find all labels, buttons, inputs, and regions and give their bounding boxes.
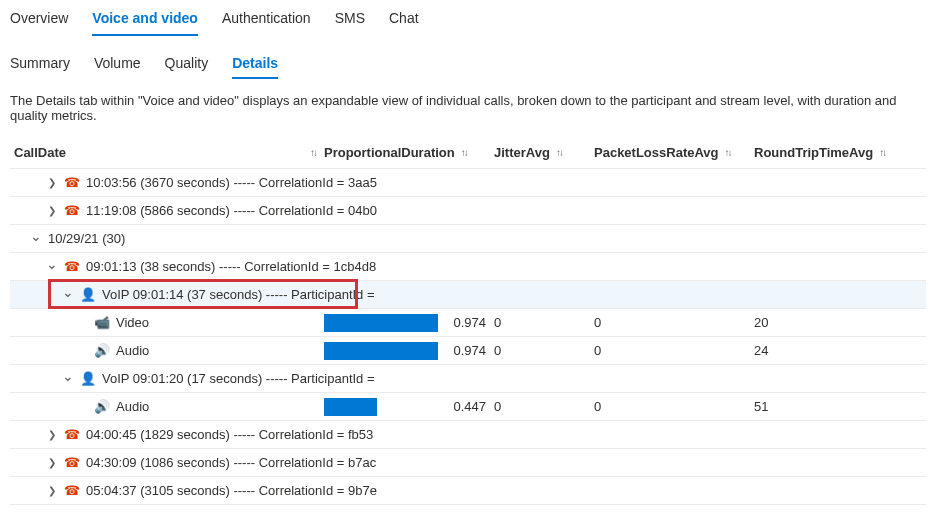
phone-icon: ☎: [64, 259, 80, 274]
chevron-right-icon[interactable]: [46, 457, 58, 468]
cell-packetloss: 0: [590, 311, 750, 334]
tab-overview[interactable]: Overview: [10, 4, 68, 36]
cell-rtt: 51: [750, 395, 910, 418]
video-icon: 📹: [94, 315, 110, 330]
row-label: 04:00:45 (1829 seconds) ----- Correlatio…: [86, 427, 373, 442]
chevron-right-icon[interactable]: [46, 205, 58, 216]
col-rtt[interactable]: RoundTripTimeAvg ↑↓: [750, 143, 910, 162]
row-label: 04:30:09 (1086 seconds) ----- Correlatio…: [86, 455, 376, 470]
bar-track: [324, 398, 441, 416]
cell-packetloss: 0: [590, 395, 750, 418]
table-row[interactable]: ☎ 10:03:56 (3670 seconds) ----- Correlat…: [10, 169, 926, 197]
phone-icon: ☎: [64, 203, 80, 218]
bar-value: 0.447: [453, 399, 486, 414]
bar-track: [324, 314, 441, 332]
col-calldate-label: CallDate: [14, 145, 66, 160]
sort-icon[interactable]: ↑↓: [556, 147, 562, 158]
table-row[interactable]: ☎ 09:01:13 (38 seconds) ----- Correlatio…: [10, 253, 926, 281]
phone-icon: ☎: [64, 175, 80, 190]
row-label: 09:01:13 (38 seconds) ----- CorrelationI…: [86, 259, 376, 274]
audio-icon: 🔊: [94, 399, 110, 414]
subtab-summary[interactable]: Summary: [10, 51, 70, 79]
row-label: Video: [116, 315, 149, 330]
table-row[interactable]: 👤 VoIP 09:01:20 (17 seconds) ----- Parti…: [10, 365, 926, 393]
bar-value: 0.974: [453, 343, 486, 358]
col-propduration-label: ProportionalDuration: [324, 145, 455, 160]
bar-fill: [324, 398, 377, 416]
table-row[interactable]: ☎ 04:30:09 (1086 seconds) ----- Correlat…: [10, 449, 926, 477]
primary-tabs: Overview Voice and video Authentication …: [0, 0, 936, 37]
audio-icon: 🔊: [94, 343, 110, 358]
chevron-down-icon[interactable]: [62, 371, 74, 387]
phone-icon: ☎: [64, 427, 80, 442]
person-icon: 👤: [80, 371, 96, 386]
cell-jitter: 0: [490, 339, 590, 362]
tab-chat[interactable]: Chat: [389, 4, 419, 36]
calls-table: CallDate ↑↓ ProportionalDuration ↑↓ Jitt…: [0, 137, 936, 505]
col-packetloss[interactable]: PacketLossRateAvg ↑↓: [590, 143, 750, 162]
bar-value: 0.974: [453, 315, 486, 330]
bar-track: [324, 342, 441, 360]
col-jitter-label: JitterAvg: [494, 145, 550, 160]
tab-voice-video[interactable]: Voice and video: [92, 4, 198, 36]
row-label: Audio: [116, 399, 149, 414]
subtab-volume[interactable]: Volume: [94, 51, 141, 79]
sort-icon[interactable]: ↑↓: [461, 147, 467, 158]
table-row[interactable]: 🔊 Audio 0.974 0 0 24: [10, 337, 926, 365]
col-packetloss-label: PacketLossRateAvg: [594, 145, 719, 160]
bar-fill: [324, 342, 438, 360]
cell-propduration: 0.974: [320, 338, 490, 364]
phone-icon: ☎: [64, 455, 80, 470]
table-row-highlighted[interactable]: 👤 VoIP 09:01:14 (37 seconds) ----- Parti…: [10, 281, 926, 309]
secondary-tabs: Summary Volume Quality Details: [0, 37, 936, 79]
row-label: VoIP 09:01:14 (37 seconds) ----- Partici…: [102, 287, 375, 302]
cell-propduration: 0.974: [320, 310, 490, 336]
row-label: 11:19:08 (5866 seconds) ----- Correlatio…: [86, 203, 377, 218]
col-jitter[interactable]: JitterAvg ↑↓: [490, 143, 590, 162]
subtab-quality[interactable]: Quality: [165, 51, 209, 79]
col-calldate[interactable]: CallDate ↑↓: [10, 143, 320, 162]
cell-rtt: 20: [750, 311, 910, 334]
table-row[interactable]: ☎ 04:00:45 (1829 seconds) ----- Correlat…: [10, 421, 926, 449]
row-label: VoIP 09:01:20 (17 seconds) ----- Partici…: [102, 371, 375, 386]
cell-packetloss: 0: [590, 339, 750, 362]
cell-propduration: 0.447: [320, 394, 490, 420]
table-row[interactable]: ☎ 05:04:37 (3105 seconds) ----- Correlat…: [10, 477, 926, 505]
row-label: Audio: [116, 343, 149, 358]
table-header: CallDate ↑↓ ProportionalDuration ↑↓ Jitt…: [10, 137, 926, 169]
sort-icon[interactable]: ↑↓: [879, 147, 885, 158]
chevron-right-icon[interactable]: [46, 429, 58, 440]
chevron-down-icon[interactable]: [46, 259, 58, 275]
subtab-details[interactable]: Details: [232, 51, 278, 79]
bar-fill: [324, 314, 438, 332]
col-propduration[interactable]: ProportionalDuration ↑↓: [320, 143, 490, 162]
phone-icon: ☎: [64, 483, 80, 498]
table-row[interactable]: 📹 Video 0.974 0 0 20: [10, 309, 926, 337]
chevron-right-icon[interactable]: [46, 485, 58, 496]
sort-icon[interactable]: ↑↓: [725, 147, 731, 158]
tab-sms[interactable]: SMS: [335, 4, 365, 36]
cell-rtt: 24: [750, 339, 910, 362]
row-label: 10:03:56 (3670 seconds) ----- Correlatio…: [86, 175, 377, 190]
row-label: 10/29/21 (30): [48, 231, 125, 246]
chevron-down-icon[interactable]: [30, 231, 42, 247]
tab-authentication[interactable]: Authentication: [222, 4, 311, 36]
sort-icon[interactable]: ↑↓: [310, 147, 316, 158]
description-text: The Details tab within "Voice and video"…: [0, 79, 936, 137]
col-rtt-label: RoundTripTimeAvg: [754, 145, 873, 160]
cell-jitter: 0: [490, 311, 590, 334]
cell-jitter: 0: [490, 395, 590, 418]
row-label: 05:04:37 (3105 seconds) ----- Correlatio…: [86, 483, 377, 498]
table-row[interactable]: 10/29/21 (30): [10, 225, 926, 253]
person-icon: 👤: [80, 287, 96, 302]
chevron-down-icon[interactable]: [62, 287, 74, 303]
table-row[interactable]: ☎ 11:19:08 (5866 seconds) ----- Correlat…: [10, 197, 926, 225]
table-row[interactable]: 🔊 Audio 0.447 0 0 51: [10, 393, 926, 421]
chevron-right-icon[interactable]: [46, 177, 58, 188]
